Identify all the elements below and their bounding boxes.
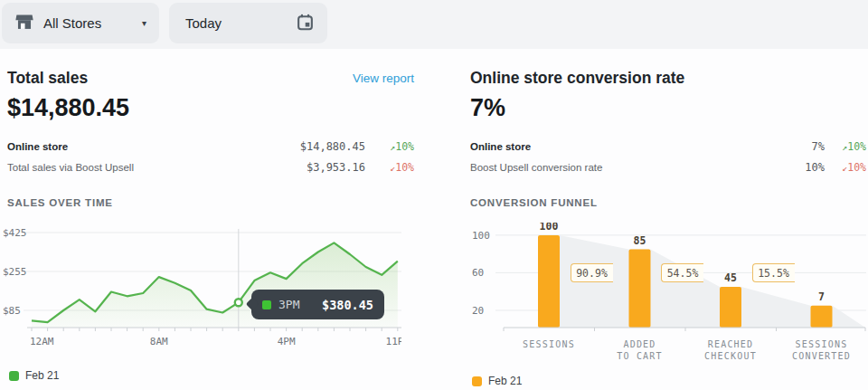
svg-text:$255: $255: [3, 266, 27, 278]
store-selector-label: All Stores: [43, 15, 101, 31]
conversion-rate-panel: Online store conversion rate 7% Online s…: [470, 63, 866, 390]
total-sales-title: Total sales: [7, 69, 88, 88]
svg-text:60: 60: [472, 267, 484, 279]
legend-label: Feb 21: [25, 369, 59, 382]
sales-over-time-chart[interactable]: $425$255$8512AM8AM4PM11PM 3PM $380.45: [0, 222, 401, 357]
metric-label: Boost Upsell conversion rate: [470, 162, 602, 173]
conversion-step-badge: 15.5%: [752, 263, 795, 282]
funnel-bar: [629, 250, 651, 328]
funnel-category-label: ADDED TO CART: [590, 338, 690, 362]
svg-text:11PM: 11PM: [386, 336, 401, 347]
legend-label: Feb 21: [488, 375, 522, 387]
bar-value-label: 100: [540, 223, 559, 233]
top-bar: All Stores ▾ Today: [0, 0, 868, 49]
svg-text:4PM: 4PM: [278, 336, 296, 347]
store-selector-button[interactable]: All Stores ▾: [2, 3, 159, 43]
funnel-bar: [811, 306, 833, 328]
metric-value: $14,880.45: [300, 140, 365, 153]
svg-text:100: 100: [472, 230, 490, 242]
conversion-funnel-title: CONVERSION FUNNEL: [470, 197, 598, 208]
chart-tooltip: 3PM $380.45: [251, 290, 384, 319]
chevron-down-icon: ▾: [142, 18, 146, 28]
bar-value-label: 45: [724, 271, 737, 284]
metric-value: 7%: [812, 140, 825, 153]
conversion-step-badge: 90.9%: [571, 263, 613, 282]
conversion-rate-value: 7%: [470, 94, 505, 122]
metric-label: Online store: [7, 141, 68, 152]
bar-value-label: 7: [818, 290, 825, 303]
metric-row-boost-upsell-rate: Boost Upsell conversion rate 10% ↙10%: [470, 158, 866, 176]
funnel-category-label: SESSIONS: [499, 338, 599, 350]
conversion-funnel-chart[interactable]: 100602010085457 90.9%54.5%15.5%SESSIONSA…: [470, 223, 866, 367]
tooltip-value: $380.45: [322, 298, 373, 312]
metric-row-online-store-rate: Online store 7% ↗10%: [470, 138, 866, 156]
conversion-rate-title: Online store conversion rate: [470, 69, 684, 88]
metric-label: Online store: [470, 141, 531, 152]
date-range-button[interactable]: Today: [169, 3, 327, 43]
metric-label: Total sales via Boost Upsell: [7, 162, 134, 173]
metric-delta-down: ↙10%: [825, 161, 866, 174]
funnel-category-label: REACHED CHECKOUT: [681, 338, 780, 362]
date-range-label: Today: [185, 15, 222, 31]
funnel-legend: Feb 21: [472, 375, 522, 387]
funnel-category-label: SESSIONS CONVERTED: [772, 338, 868, 362]
total-sales-value: $14,880.45: [7, 94, 129, 122]
metric-delta-up: ↗10%: [365, 140, 414, 153]
tooltip-time: 3PM: [278, 298, 299, 311]
store-icon: [14, 12, 34, 34]
svg-text:8AM: 8AM: [150, 336, 168, 347]
view-report-link[interactable]: View report: [353, 71, 414, 85]
metric-row-online-store-sales: Online store $14,880.45 ↗10%: [7, 138, 414, 156]
dashboard-page: All Stores ▾ Today Total sales View repo…: [0, 0, 868, 390]
metric-row-boost-upsell-sales: Total sales via Boost Upsell $3,953.16 ↙…: [7, 158, 414, 176]
metric-value: $3,953.16: [307, 161, 365, 174]
conversion-step-badge: 54.5%: [661, 263, 703, 282]
tooltip-series-chip: [262, 300, 271, 309]
sales-over-time-title: SALES OVER TIME: [7, 197, 113, 208]
hover-point-marker: [235, 299, 242, 306]
funnel-bar: [538, 235, 560, 328]
metric-delta-down: ↙10%: [365, 161, 414, 174]
legend-color-chip: [472, 376, 482, 386]
calendar-icon: [296, 13, 315, 34]
svg-text:20: 20: [472, 305, 484, 317]
svg-text:12AM: 12AM: [30, 336, 54, 347]
bar-value-label: 85: [634, 234, 646, 247]
funnel-bar: [720, 287, 741, 328]
metric-value: 10%: [805, 161, 825, 174]
total-sales-panel: Total sales View report $14,880.45 Onlin…: [7, 63, 414, 390]
legend-color-chip: [9, 371, 19, 381]
sales-legend: Feb 21: [9, 369, 59, 382]
metric-delta-up: ↗10%: [825, 140, 866, 153]
svg-text:$85: $85: [3, 305, 21, 317]
svg-text:$425: $425: [3, 227, 27, 239]
